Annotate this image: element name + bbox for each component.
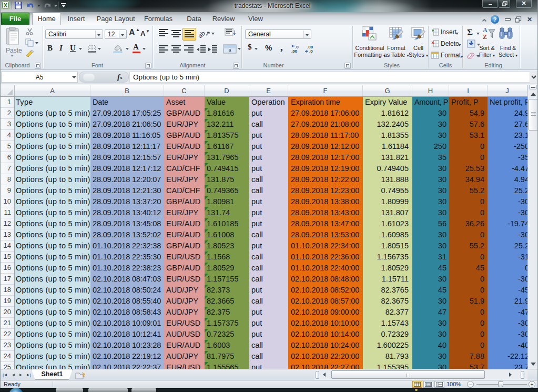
- svg-text:X: X: [4, 2, 8, 8]
- svg-text:.0: .0: [309, 49, 313, 53]
- svg-text:ab: ab: [199, 29, 207, 39]
- svg-text:A: A: [483, 26, 488, 34]
- svg-text:a: a: [228, 47, 231, 53]
- svg-text:Z: Z: [483, 33, 487, 40]
- svg-text:.00: .00: [291, 49, 298, 53]
